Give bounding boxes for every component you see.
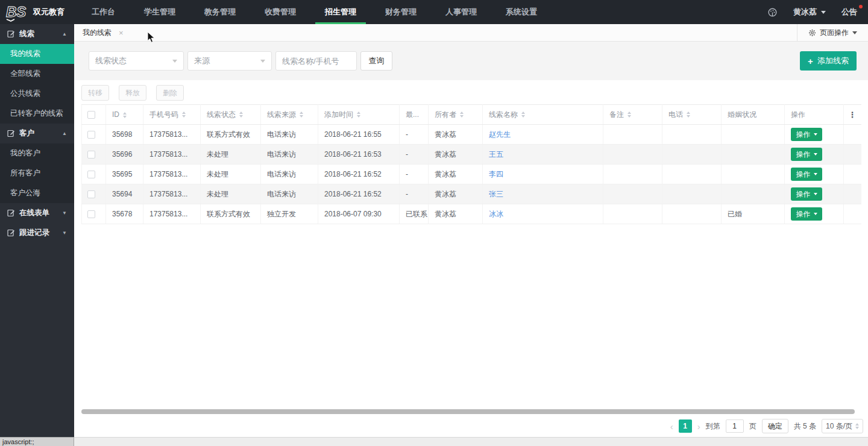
row-checkbox[interactable] xyxy=(87,151,95,159)
sort-icon[interactable] xyxy=(460,111,464,118)
column-header[interactable]: 操作 xyxy=(785,105,844,125)
scrollbar-thumb[interactable] xyxy=(81,409,855,414)
row-action-button[interactable]: 操作 xyxy=(791,207,822,221)
column-header-label: 线索来源 xyxy=(267,110,296,119)
column-header[interactable]: 备注 xyxy=(603,105,662,125)
nav-item[interactable]: 工作台 xyxy=(82,0,125,24)
add-lead-button[interactable]: + 添加线索 xyxy=(800,51,857,71)
close-icon[interactable]: × xyxy=(119,29,124,37)
chevron-down-icon xyxy=(814,213,817,215)
keyword-input[interactable] xyxy=(275,51,357,71)
sort-icon[interactable] xyxy=(123,112,127,118)
sort-icon[interactable] xyxy=(687,111,690,118)
sort-icon[interactable] xyxy=(627,111,631,118)
row-checkbox[interactable] xyxy=(87,210,95,218)
chevron-down-icon xyxy=(852,31,857,34)
lead-status-select[interactable]: 线索状态 xyxy=(89,51,184,71)
table-row: 35698 17375813... 联系方式有效 电话来访 2018-06-21… xyxy=(82,125,861,145)
column-header-label: 线索名称 xyxy=(489,110,518,119)
table-header-row: ID 手机号码 线索状态 线索来源 xyxy=(82,105,861,125)
page-actions-menu[interactable]: 页面操作 xyxy=(797,24,868,41)
column-header[interactable]: 线索状态 xyxy=(201,105,261,125)
page-size-select[interactable]: 10 条/页 xyxy=(822,419,863,433)
column-header[interactable]: 所有者 xyxy=(429,105,483,125)
next-page-icon[interactable]: › xyxy=(697,422,700,431)
bulk-action-button[interactable]: 转移 xyxy=(81,85,109,101)
column-header[interactable]: 电话 xyxy=(662,105,722,125)
announcement-link[interactable]: 公告 xyxy=(841,7,857,17)
sort-icon[interactable] xyxy=(239,111,243,118)
sidebar-entry[interactable]: 全部线索 xyxy=(0,64,74,84)
leads-table: ID 手机号码 线索状态 线索来源 xyxy=(81,104,861,224)
column-header[interactable]: 线索名称 xyxy=(483,105,603,125)
sidebar-entry[interactable]: 我的客户 xyxy=(0,143,74,163)
bulk-action-label: 转移 xyxy=(88,89,102,97)
sidebar-entry[interactable]: 所有客户 xyxy=(0,163,74,183)
sort-icon[interactable] xyxy=(521,111,525,118)
sort-icon[interactable] xyxy=(300,111,303,118)
lead-name-link[interactable]: 赵先生 xyxy=(489,130,511,139)
row-action-button[interactable]: 操作 xyxy=(791,187,822,201)
column-header[interactable]: 添加时间 xyxy=(318,105,400,125)
sidebar-entry[interactable]: 在线表单 ▼ xyxy=(0,203,74,223)
lead-name-link[interactable]: 王五 xyxy=(489,150,503,159)
row-action-button[interactable]: 操作 xyxy=(791,148,822,161)
column-header[interactable]: ID xyxy=(106,105,143,125)
column-header[interactable]: 婚姻状况 xyxy=(722,105,785,125)
sidebar-entry[interactable]: 线索 ▲ xyxy=(0,24,74,44)
sidebar-entry[interactable]: 客户公海 xyxy=(0,183,74,203)
search-button[interactable]: 查询 xyxy=(360,51,392,71)
bulk-action-button[interactable]: 释放 xyxy=(119,85,146,101)
section-chevron-icon: ▲ xyxy=(62,31,67,37)
sort-icon[interactable] xyxy=(357,111,360,118)
column-header-label: ID xyxy=(112,110,119,119)
cell-remark xyxy=(603,165,662,184)
source-select[interactable]: 来源 xyxy=(187,51,272,71)
nav-item[interactable]: 系统设置 xyxy=(496,0,547,24)
row-checkbox[interactable] xyxy=(87,131,95,139)
page-number[interactable]: 1 xyxy=(679,419,692,433)
filterbar: 线索状态 来源 查询 + 添加线索 xyxy=(74,42,868,80)
cell-source: 电话来访 xyxy=(261,184,318,204)
cell-marital xyxy=(722,125,785,145)
table-row: 35694 17375813... 未处理 电话来访 2018-06-21 16… xyxy=(82,184,861,204)
sidebar-entry[interactable]: 公共线索 xyxy=(0,84,74,104)
lead-name-link[interactable]: 李四 xyxy=(489,170,503,178)
column-header[interactable]: 手机号码 xyxy=(143,105,201,125)
cell-source: 电话来访 xyxy=(261,125,318,145)
lead-name-link[interactable]: 张三 xyxy=(489,190,503,198)
column-header[interactable]: 线索来源 xyxy=(261,105,318,125)
sort-icon[interactable] xyxy=(182,111,186,118)
nav-item[interactable]: 财务管理 xyxy=(376,0,426,24)
nav-item[interactable]: 学生管理 xyxy=(134,0,185,24)
row-checkbox[interactable] xyxy=(87,190,95,198)
column-settings-icon[interactable]: ⋮ xyxy=(844,105,861,125)
lead-name-link[interactable]: 冰冰 xyxy=(489,210,503,218)
form-icon xyxy=(7,130,15,137)
nav-item[interactable]: 招生管理 xyxy=(315,0,366,24)
palette-icon[interactable] xyxy=(767,7,778,17)
nav-item[interactable]: 人事管理 xyxy=(436,0,486,24)
sidebar-entry[interactable]: 跟进记录 ▼ xyxy=(0,223,74,243)
form-icon xyxy=(7,209,15,217)
row-action-button[interactable]: 操作 xyxy=(791,128,822,141)
row-checkbox[interactable] xyxy=(87,171,95,178)
nav-item[interactable]: 教务管理 xyxy=(195,0,245,24)
confirm-button[interactable]: 确定 xyxy=(762,419,788,433)
column-header-label: 操作 xyxy=(791,110,805,119)
user-menu[interactable]: 黄冰荔 xyxy=(793,7,826,17)
tab-my-leads[interactable]: 我的线索 × xyxy=(74,24,131,41)
prev-page-icon[interactable]: ‹ xyxy=(670,422,673,431)
column-header[interactable]: 最... xyxy=(400,105,429,125)
sidebar-entry[interactable]: 已转客户的线索 xyxy=(0,104,74,124)
nav-item-label: 学生管理 xyxy=(144,7,175,17)
select-all-checkbox[interactable] xyxy=(87,111,95,119)
sidebar-entry[interactable]: 我的线索 xyxy=(0,44,74,64)
sidebar-entry[interactable]: 客户 ▲ xyxy=(0,124,74,143)
bulk-action-button[interactable]: 删除 xyxy=(156,85,184,101)
chevron-down-icon xyxy=(814,193,817,195)
nav-item[interactable]: 收费管理 xyxy=(255,0,306,24)
goto-page-input[interactable] xyxy=(726,419,744,433)
cell-remark xyxy=(603,125,662,145)
row-action-button[interactable]: 操作 xyxy=(791,168,822,181)
